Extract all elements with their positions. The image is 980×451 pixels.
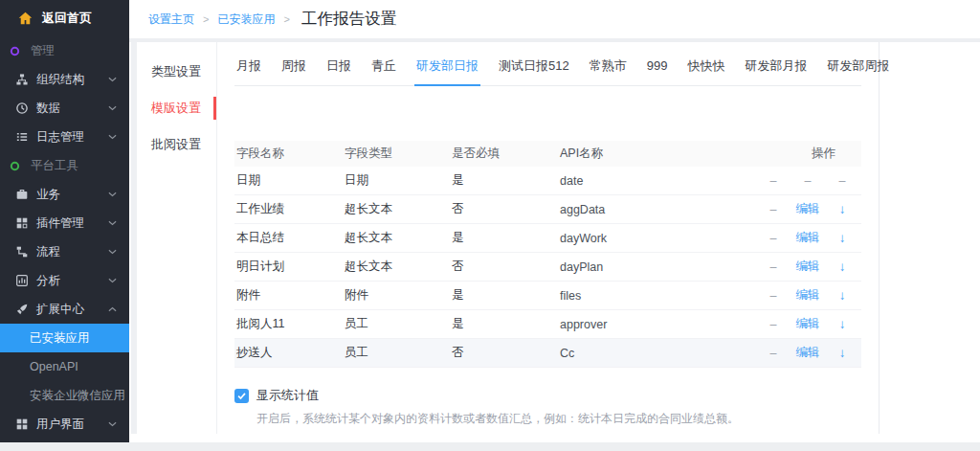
tab-daily-report[interactable]: 日报 bbox=[324, 56, 353, 85]
sidebar-item-org-structure[interactable]: 组织结构 bbox=[0, 65, 129, 94]
no-action-dash: – bbox=[756, 289, 791, 303]
row-operations: –编辑↓ bbox=[756, 259, 859, 275]
cell: 抄送人 bbox=[234, 345, 345, 361]
breadcrumb-separator: > bbox=[283, 13, 289, 25]
settings-card: 类型设置模版设置批阅设置 月报周报日报青丘研发部日报测试日报512常熟市999快… bbox=[129, 42, 980, 434]
chevron-down-icon bbox=[108, 249, 117, 255]
tab-qingqiu[interactable]: 青丘 bbox=[369, 56, 398, 85]
edit-link[interactable]: 编辑 bbox=[791, 230, 825, 246]
no-action-dash: – bbox=[756, 260, 791, 274]
flow-icon bbox=[16, 246, 28, 258]
rocket-icon bbox=[16, 304, 28, 315]
sidebar-item-process[interactable]: 流程 bbox=[0, 237, 129, 266]
table-header: 字段名称字段类型是否必填API名称操作 bbox=[234, 141, 861, 167]
cell: 超长文本 bbox=[345, 201, 452, 217]
breadcrumb-link-settings-home[interactable]: 设置主页 bbox=[148, 11, 194, 28]
download-icon[interactable]: ↓ bbox=[825, 346, 859, 360]
cell: 是 bbox=[452, 230, 560, 246]
sidebar-item-openapi[interactable]: OpenAPI bbox=[0, 352, 129, 381]
breadcrumb-link-installed-apps[interactable]: 已安装应用 bbox=[217, 11, 275, 28]
tab-rd-monthly-report[interactable]: 研发部月报 bbox=[743, 56, 809, 85]
sidebar-item-extension-center[interactable]: 扩展中心 bbox=[0, 295, 129, 324]
column-header: 字段名称 bbox=[234, 146, 345, 162]
edit-link[interactable]: 编辑 bbox=[791, 201, 825, 217]
fields-table: 字段名称字段类型是否必填API名称操作 日期日期是date–––工作业绩超长文本… bbox=[234, 141, 861, 368]
row-operations: –编辑↓ bbox=[756, 345, 859, 361]
show-stats-checkbox[interactable] bbox=[234, 389, 249, 403]
cell: 日期 bbox=[345, 172, 452, 189]
sidebar-item-log-management[interactable]: 日志管理 bbox=[0, 123, 129, 151]
cell: 是 bbox=[452, 172, 560, 189]
tab-999[interactable]: 999 bbox=[645, 56, 670, 85]
cell: 员工 bbox=[345, 345, 452, 361]
sidebar-item-plugin-management[interactable]: 插件管理 bbox=[0, 209, 129, 237]
sidebar-item-user-interface[interactable]: 用户界面 bbox=[0, 410, 129, 439]
sidebar-item-label: OpenAPI bbox=[30, 360, 78, 373]
download-icon[interactable]: ↓ bbox=[825, 202, 859, 216]
home-icon bbox=[18, 11, 33, 25]
tab-rd-daily-report[interactable]: 研发部日报 bbox=[414, 56, 480, 85]
tab-rd-weekly-report[interactable]: 研发部周报 bbox=[825, 56, 891, 85]
app-window: 返回首页 管理组织结构数据日志管理平台工具业务插件管理流程分析扩展中心已安装应用… bbox=[0, 0, 980, 451]
edit-link[interactable]: 编辑 bbox=[791, 316, 825, 332]
report-tabs: 月报周报日报青丘研发部日报测试日报512常熟市999快快快研发部月报研发部周报 bbox=[234, 56, 861, 86]
table-row-day-plan: 明日计划超长文本否dayPlan–编辑↓ bbox=[234, 253, 861, 282]
table-row-agg-data: 工作业绩超长文本否aggData–编辑↓ bbox=[234, 195, 861, 224]
back-to-home-label: 返回首页 bbox=[42, 10, 92, 27]
sidebar-item-business[interactable]: 业务 bbox=[0, 180, 129, 209]
chevron-down-icon bbox=[108, 77, 117, 82]
cell: aggData bbox=[560, 203, 756, 216]
stats-option: 显示统计值 bbox=[234, 387, 861, 404]
sidebar-item-label: 组织结构 bbox=[36, 72, 84, 88]
cell: 工作业绩 bbox=[234, 201, 345, 217]
edit-link[interactable]: 编辑 bbox=[791, 287, 825, 304]
back-to-home-button[interactable]: 返回首页 bbox=[0, 0, 129, 33]
tab-changshu[interactable]: 常熟市 bbox=[588, 56, 629, 85]
sidebar-item-installed-apps[interactable]: 已安装应用 bbox=[0, 324, 129, 352]
org-icon bbox=[16, 74, 28, 85]
tab-monthly-report[interactable]: 月报 bbox=[234, 56, 263, 85]
subnav-item-template-settings[interactable]: 模版设置 bbox=[137, 95, 216, 122]
breadcrumb: 设置主页 > 已安装应用 > 工作报告设置 bbox=[129, 0, 980, 38]
edit-link[interactable]: 编辑 bbox=[791, 259, 825, 275]
tab-test-daily-512[interactable]: 测试日报512 bbox=[497, 56, 571, 85]
cell: 超长文本 bbox=[345, 259, 452, 275]
cell: 日期 bbox=[234, 172, 345, 189]
column-header: API名称 bbox=[560, 146, 756, 162]
briefcase-icon bbox=[16, 189, 28, 200]
download-icon[interactable]: ↓ bbox=[825, 259, 859, 274]
download-icon[interactable]: ↓ bbox=[825, 317, 859, 331]
sidebar-item-label: 分析 bbox=[36, 273, 60, 289]
download-icon[interactable]: ↓ bbox=[825, 231, 859, 245]
check-icon bbox=[236, 391, 247, 401]
sidebar-item-analysis[interactable]: 分析 bbox=[0, 266, 129, 295]
sidebar-item-data[interactable]: 数据 bbox=[0, 94, 129, 123]
card-right-border bbox=[879, 42, 880, 434]
download-icon[interactable]: ↓ bbox=[825, 288, 859, 303]
cell: 是 bbox=[452, 287, 560, 304]
subnav-item-review-settings[interactable]: 批阅设置 bbox=[137, 131, 216, 158]
tab-weekly-report[interactable]: 周报 bbox=[279, 56, 308, 85]
no-action-dash: – bbox=[791, 174, 825, 188]
sidebar-section-label: 平台工具 bbox=[31, 158, 78, 174]
cell: dayPlan bbox=[560, 260, 756, 274]
chevron-down-icon bbox=[108, 278, 117, 283]
tab-kuaikuaikuai[interactable]: 快快快 bbox=[685, 56, 726, 85]
sidebar-item-label: 流程 bbox=[36, 244, 60, 260]
chevron-down-icon bbox=[108, 105, 117, 111]
ring-icon bbox=[10, 46, 20, 56]
window-bottom-edge bbox=[0, 442, 980, 451]
row-operations: –编辑↓ bbox=[756, 287, 859, 304]
plugin-icon bbox=[16, 217, 28, 229]
table-row-files: 附件附件是files–编辑↓ bbox=[234, 282, 861, 310]
no-action-dash: – bbox=[825, 174, 859, 188]
subnav-item-type-settings[interactable]: 类型设置 bbox=[137, 58, 216, 85]
row-operations: –编辑↓ bbox=[756, 201, 859, 217]
chevron-down-icon bbox=[108, 421, 117, 427]
sidebar-item-label: 业务 bbox=[36, 187, 60, 203]
sidebar-item-install-wechat-app[interactable]: 安装企业微信应用 bbox=[0, 381, 129, 410]
sidebar-section-management: 管理 bbox=[0, 36, 129, 65]
cell: Cc bbox=[560, 347, 756, 360]
edit-link[interactable]: 编辑 bbox=[791, 345, 825, 361]
sidebar-item-label: 数据 bbox=[36, 101, 60, 117]
